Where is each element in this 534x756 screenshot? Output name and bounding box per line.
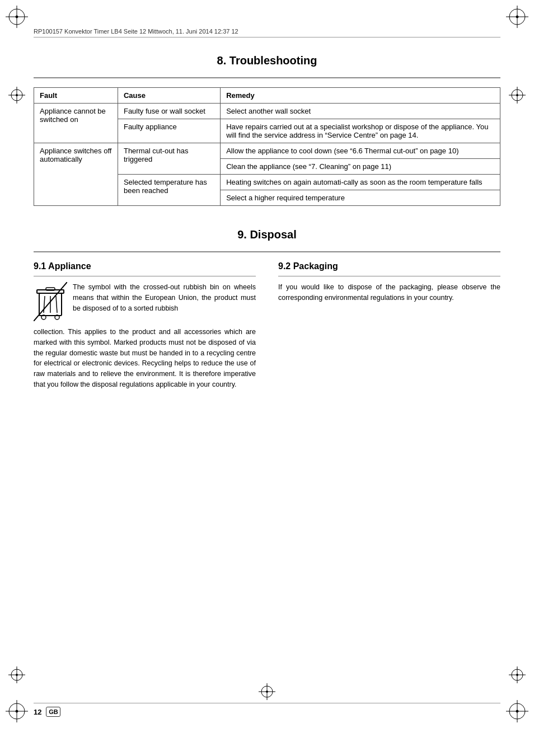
appliance-text-right: The symbol with the crossed-out rubbish … (73, 282, 256, 313)
table-row: Appliance cannot be switched on Faulty f… (34, 104, 500, 119)
remedy-cell-5: Heating switches on again automati-cally… (221, 175, 500, 190)
corner-mark-bl (6, 700, 28, 722)
remedy-cell-4: Clean the appliance (see “7. Cleaning” o… (221, 159, 500, 175)
mid-mark-left-bottom (8, 666, 25, 683)
col-header-remedy: Remedy (221, 88, 500, 104)
section-8: 8. Troubleshooting Fault Cause Remedy (34, 54, 500, 206)
cause-cell-4: Selected temperature has been reached (118, 175, 220, 206)
col-header-cause: Cause (118, 88, 220, 104)
troubleshooting-table: Fault Cause Remedy Appliance cannot be s… (34, 87, 500, 206)
remedy-cell-6: Select a higher required temperature (221, 190, 500, 206)
footer-page-number: 12 (34, 708, 41, 716)
mid-mark-left-top (8, 87, 25, 104)
gb-badge: GB (46, 707, 60, 717)
subsection-92-divider (278, 276, 500, 276)
corner-mark-tl (6, 6, 28, 28)
corner-mark-tr (506, 6, 528, 28)
weee-icon (34, 282, 67, 321)
appliance-text-full: collection. This applies to the product … (34, 327, 256, 390)
mid-mark-right-top (509, 87, 526, 104)
mid-mark-right-bottom (509, 666, 526, 683)
subsection-91-title: 9.1 Appliance (34, 261, 256, 271)
subsection-91-divider (34, 276, 256, 276)
cause-cell-1: Faulty fuse or wall socket (118, 104, 220, 119)
section-9: 9. Disposal 9.1 Appliance (34, 228, 500, 390)
cause-cell-2: Faulty appliance (118, 119, 220, 143)
appliance-content: The symbol with the crossed-out rubbish … (34, 282, 256, 321)
page: RP100157 Konvektor Timer LB4 Seite 12 Mi… (0, 0, 534, 756)
header-text: RP100157 Konvektor Timer LB4 Seite 12 Mi… (34, 28, 238, 35)
col-packaging: 9.2 Packaging If you would like to dispo… (278, 261, 500, 390)
section-8-divider (34, 77, 500, 78)
col-appliance: 9.1 Appliance (34, 261, 256, 390)
center-bottom-mark (259, 683, 275, 700)
table-header-row: Fault Cause Remedy (34, 88, 500, 104)
disposal-columns: 9.1 Appliance (34, 261, 500, 390)
svg-line-41 (56, 296, 57, 313)
svg-rect-38 (46, 288, 55, 290)
remedy-cell-1: Select another wall socket (221, 104, 500, 119)
col-header-fault: Fault (34, 88, 118, 104)
svg-line-39 (44, 296, 45, 313)
packaging-text: If you would like to dispose of the pack… (278, 282, 500, 303)
header-bar: RP100157 Konvektor Timer LB4 Seite 12 Mi… (34, 28, 500, 37)
section-8-title: 8. Troubleshooting (34, 54, 500, 67)
footer: 12 GB (34, 703, 500, 717)
remedy-cell-3: Allow the appliance to cool down (see “6… (221, 143, 500, 159)
table-row: Appliance switches off automatically The… (34, 143, 500, 159)
subsection-92-title: 9.2 Packaging (278, 261, 500, 271)
corner-mark-br (506, 700, 528, 722)
remedy-cell-2: Have repairs carried out at a specialist… (221, 119, 500, 143)
fault-cell-1: Appliance cannot be switched on (34, 104, 118, 143)
section-9-title: 9. Disposal (34, 228, 500, 241)
cause-cell-3: Thermal cut-out has triggered (118, 143, 220, 175)
fault-cell-2: Appliance switches off automatically (34, 143, 118, 206)
section-9-divider (34, 251, 500, 252)
